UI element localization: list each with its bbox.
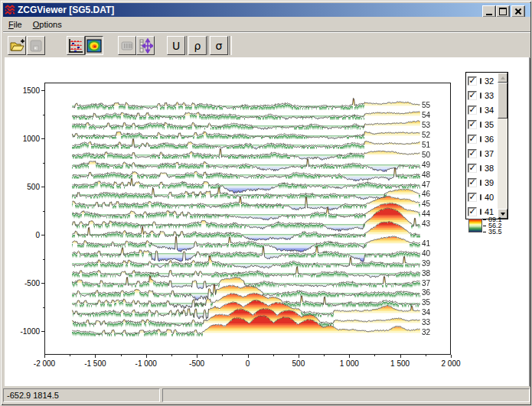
y-axis-tick [41, 90, 44, 91]
trace-end-label: 52 [422, 131, 430, 139]
legend-tick [483, 226, 486, 226]
scrollbar-thumb[interactable] [498, 83, 508, 119]
x-axis-minor-tick [70, 355, 70, 356]
open-folder-plus-icon [9, 39, 24, 53]
maximize-icon [499, 8, 507, 15]
trace-end-label: 46 [422, 190, 430, 198]
x-axis-tick-label: 1 000 [340, 359, 359, 368]
trace-number-label: 34 [485, 106, 494, 115]
app-window: ZCGViewer [SG5.DAT] FileOptions [0, 0, 532, 406]
y-axis-minor-tick [43, 211, 44, 212]
x-axis-minor-tick [426, 355, 426, 356]
legend-tick [483, 219, 486, 220]
y-axis-tick [41, 331, 44, 332]
trace-number-label: 32 [485, 76, 494, 86]
x-axis-tick [299, 355, 299, 358]
trace-end-label: 40 [422, 249, 430, 258]
trace-end-label: 43 [422, 219, 430, 228]
x-axis-tick-label: -1 500 [84, 359, 106, 368]
trace-number-label: 35 [485, 120, 494, 129]
color-map-icon [86, 39, 102, 53]
trace-checkbox[interactable]: ✓ [468, 120, 477, 129]
maximize-button[interactable] [496, 5, 510, 18]
trace-checkbox[interactable]: ✓ [468, 178, 477, 187]
plot-canvas[interactable] [45, 83, 450, 354]
y-axis-tick-label: 0 [9, 231, 40, 239]
y-axis-tick [41, 283, 44, 284]
trace-list-item: ✓38 [468, 161, 494, 175]
trace-checkbox[interactable]: ✓ [468, 193, 477, 202]
legend-value-min: 35.5 [488, 229, 502, 235]
trace-curve-icon [480, 107, 481, 113]
app-icon [5, 5, 15, 15]
y-axis-tick-label: 1000 [9, 135, 40, 143]
trace-list-scrollbar[interactable] [498, 73, 508, 219]
close-icon [515, 8, 521, 15]
trace-curve-icon [480, 136, 481, 142]
trace-checkbox[interactable]: ✓ [468, 91, 477, 100]
trace-end-label: 33 [422, 318, 430, 326]
trace-end-label: 32 [422, 328, 430, 336]
x-axis-tick-label: 2 000 [441, 359, 460, 368]
scroll-up-button[interactable] [498, 73, 508, 83]
u-label: U [172, 40, 180, 52]
toolbar-separator [229, 36, 232, 55]
trace-curve-icon [480, 151, 481, 157]
u-button[interactable]: U [167, 36, 185, 55]
trace-end-label: 35 [422, 298, 430, 307]
trace-number-label: 41 [485, 207, 494, 216]
plot-client-area: -2 000-1 500-1 000-50005001 0001 5002 00… [5, 57, 530, 386]
open-button[interactable] [8, 36, 26, 55]
trace-curve-icon [480, 165, 481, 171]
trace-number-label: 33 [485, 91, 494, 100]
x-axis-minor-tick [121, 355, 122, 356]
save-button [27, 36, 45, 55]
wiggle-view-button[interactable] [67, 36, 85, 55]
close-button[interactable] [511, 5, 525, 18]
window-title: ZCGViewer [SG5.DAT] [18, 5, 114, 15]
menu-item-file[interactable]: File [3, 18, 28, 31]
trace-checkbox[interactable]: ✓ [468, 164, 477, 173]
trace-checkbox[interactable]: ✓ [468, 135, 477, 144]
x-axis-minor-tick [222, 355, 223, 356]
trace-end-label: 48 [422, 171, 430, 179]
minimize-button[interactable] [482, 5, 496, 18]
menu-item-options[interactable]: Options [28, 18, 67, 31]
x-axis-minor-tick [324, 355, 325, 356]
color-scale-bar [468, 219, 482, 232]
trace-checkbox[interactable]: ✓ [468, 149, 477, 158]
trace-list-item: ✓37 [468, 146, 494, 161]
scale-axes-button[interactable] [136, 36, 155, 55]
y-axis-minor-tick [43, 259, 44, 260]
trace-number-label: 40 [485, 193, 494, 202]
x-axis-tick [146, 355, 147, 358]
trace-curve-icon [480, 122, 481, 128]
trace-checkbox[interactable]: ✓ [468, 106, 477, 115]
trace-end-label: 37 [422, 279, 430, 287]
trace-end-label: 47 [422, 180, 430, 189]
rho-button[interactable]: ρ [188, 36, 207, 55]
trace-checkbox[interactable]: ✓ [468, 76, 477, 86]
x-axis-tick [248, 355, 249, 358]
y-axis-minor-tick [43, 307, 44, 308]
y-axis-tick [41, 235, 44, 235]
trace-checkbox[interactable]: ✓ [468, 207, 477, 216]
y-axis-minor-tick [43, 115, 44, 115]
trace-curve-icon [480, 180, 481, 186]
y-axis-minor-tick [43, 163, 44, 164]
trace-end-label: 41 [422, 239, 430, 248]
menu-bar: FileOptions [3, 17, 530, 31]
trace-curve-icon [480, 78, 481, 84]
trace-number-label: 38 [485, 164, 494, 173]
trace-end-label: 53 [422, 121, 430, 129]
y-axis-tick-label: -1000 [9, 327, 40, 336]
minimize-icon [486, 14, 492, 15]
status-pane-right [162, 388, 530, 402]
x-axis-tick [44, 355, 45, 358]
wiggle-traces-icon [68, 38, 83, 54]
trace-list-item: ✓39 [468, 175, 494, 190]
trace-end-label: 51 [422, 141, 430, 149]
x-axis-tick-label: 1 500 [390, 359, 410, 368]
map-view-button[interactable] [85, 36, 103, 55]
sigma-button[interactable]: σ [210, 36, 228, 55]
